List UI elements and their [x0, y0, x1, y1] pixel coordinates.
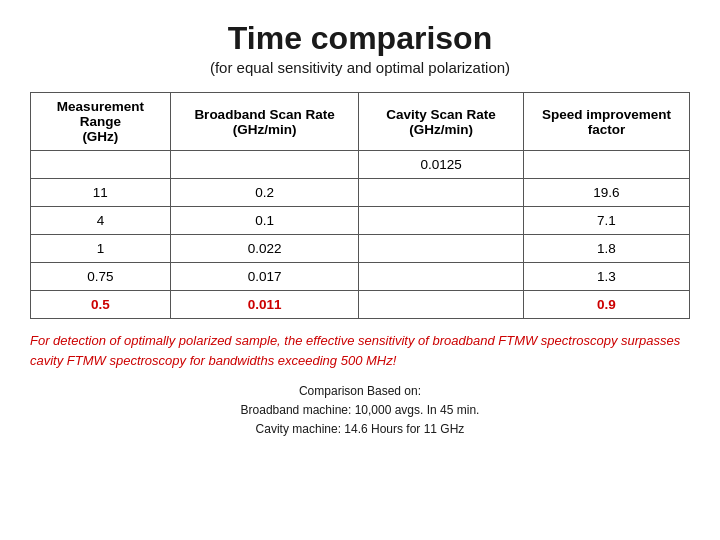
table-cell-0: 11	[31, 179, 171, 207]
table-row: 0.50.0110.9	[31, 291, 690, 319]
table-cell-1: 0.017	[170, 263, 359, 291]
col-header-speed: Speed improvement factor	[523, 93, 689, 151]
table-cell-3: 7.1	[523, 207, 689, 235]
col-header-range: Measurement Range(GHz)	[31, 93, 171, 151]
table-row: 40.17.1	[31, 207, 690, 235]
table-cell-1: 0.022	[170, 235, 359, 263]
table-cell-1: 0.1	[170, 207, 359, 235]
table-cell-0: 0.5	[31, 291, 171, 319]
table-cell-2	[359, 207, 524, 235]
col-header-broadband: Broadband Scan Rate (GHz/min)	[170, 93, 359, 151]
table-cell-3: 19.6	[523, 179, 689, 207]
cavity-subrow-value: 0.0125	[359, 151, 524, 179]
table-cell-2	[359, 179, 524, 207]
page-subtitle: (for equal sensitivity and optimal polar…	[210, 59, 510, 76]
comparison-note-line2: Broadband machine: 10,000 avgs. In 45 mi…	[241, 403, 480, 417]
comparison-note-line1: Comparison Based on:	[299, 384, 421, 398]
table-cell-0: 1	[31, 235, 171, 263]
table-cell-1: 0.2	[170, 179, 359, 207]
table-cell-2	[359, 263, 524, 291]
italic-note: For detection of optimally polarized sam…	[30, 331, 690, 370]
comparison-table: Measurement Range(GHz) Broadband Scan Ra…	[30, 92, 690, 319]
comparison-note-line3: Cavity machine: 14.6 Hours for 11 GHz	[256, 422, 465, 436]
cavity-subrow: 0.0125	[31, 151, 690, 179]
table-row: 0.750.0171.3	[31, 263, 690, 291]
table-cell-2	[359, 235, 524, 263]
comparison-note: Comparison Based on: Broadband machine: …	[241, 382, 480, 440]
col-header-cavity: Cavity Scan Rate (GHz/min)	[359, 93, 524, 151]
table-cell-2	[359, 291, 524, 319]
table-cell-0: 0.75	[31, 263, 171, 291]
table-row: 10.0221.8	[31, 235, 690, 263]
table-cell-3: 1.8	[523, 235, 689, 263]
table-cell-1: 0.011	[170, 291, 359, 319]
table-cell-3: 0.9	[523, 291, 689, 319]
table-cell-0: 4	[31, 207, 171, 235]
page-title: Time comparison	[228, 20, 492, 57]
table-cell-3: 1.3	[523, 263, 689, 291]
table-row: 110.219.6	[31, 179, 690, 207]
